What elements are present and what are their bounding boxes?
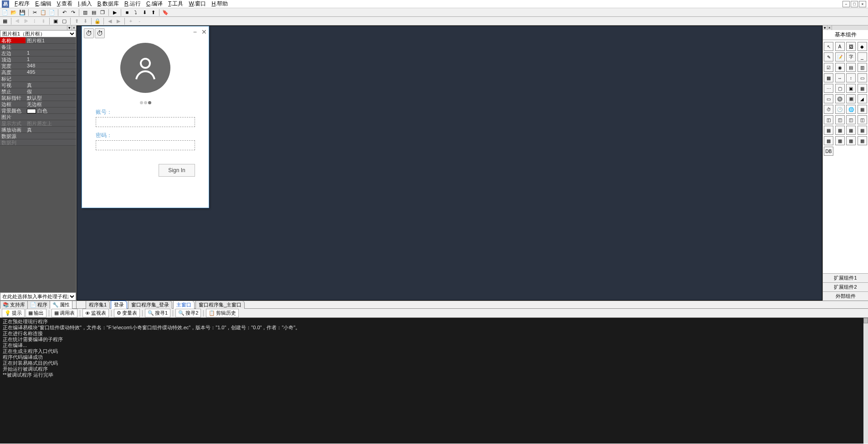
- prop-row-显示方式[interactable]: 显示方式图片居左上: [0, 120, 76, 127]
- cut-button[interactable]: ✂: [31, 9, 39, 16]
- ext-components-1[interactable]: 扩展组件1: [823, 273, 868, 282]
- prop-row-标记[interactable]: 标记: [0, 76, 76, 82]
- output-console[interactable]: 正在预处理现行程序正在编译易模块"窗口组件缓动特效"，文件名："F:\e\eco…: [0, 318, 868, 444]
- component-frame[interactable]: ▦: [858, 84, 867, 93]
- component-edit[interactable]: ✎: [824, 52, 833, 61]
- lock-button[interactable]: 🔒: [93, 17, 102, 25]
- signin-button[interactable]: Sign In: [159, 164, 195, 177]
- grid-toggle-button[interactable]: ▦: [1, 17, 9, 25]
- zoom2-button[interactable]: -: [135, 17, 144, 25]
- component-combo[interactable]: ▥: [858, 63, 867, 72]
- component-progress[interactable]: ▭: [858, 73, 867, 82]
- send-back-button[interactable]: ⬇: [81, 17, 89, 25]
- cascade-button[interactable]: ❐: [98, 9, 107, 16]
- module-tab-窗口程序集_主窗口[interactable]: 窗口程序集_主窗口: [195, 301, 245, 309]
- form-minimize-button[interactable]: −: [193, 28, 197, 36]
- form-close-button[interactable]: ✕: [201, 28, 207, 36]
- panel-close-button[interactable]: ×: [72, 26, 76, 30]
- component-panel[interactable]: ▢: [835, 84, 845, 93]
- open-file-button[interactable]: 📂: [10, 9, 18, 16]
- prop-row-图片[interactable]: 图片: [0, 114, 76, 120]
- component-c37[interactable]: ▦: [824, 136, 833, 145]
- out-变量表-button[interactable]: ⚙变量表: [114, 309, 140, 317]
- menu-e[interactable]: E.编辑: [32, 0, 54, 8]
- timer1-icon[interactable]: ⏱: [84, 28, 94, 38]
- align-right-button[interactable]: ⫸: [22, 17, 30, 25]
- menu-t[interactable]: T.工具: [165, 0, 186, 8]
- redo-button[interactable]: ↷: [69, 9, 77, 16]
- tile-v-button[interactable]: ▤: [90, 9, 98, 16]
- component-layout3[interactable]: ◫: [846, 115, 856, 124]
- menu-c[interactable]: C.编译: [144, 0, 165, 8]
- prop-row-高度[interactable]: 高度495: [0, 69, 76, 76]
- tab-属性[interactable]: 🔧属性: [50, 301, 72, 309]
- component-tab[interactable]: ▭: [824, 94, 833, 103]
- component-vscroll[interactable]: ↕: [846, 73, 856, 82]
- timer2-icon[interactable]: ⏱: [95, 28, 105, 38]
- menu-i[interactable]: I.插入: [75, 0, 95, 8]
- component-net[interactable]: 🌐: [846, 105, 856, 114]
- out-搜寻1-button[interactable]: 🔍搜寻1: [145, 309, 170, 317]
- step-button[interactable]: ⤵: [132, 9, 140, 16]
- tab-程序[interactable]: 📄程序: [27, 301, 50, 309]
- ungroup-button[interactable]: ▢: [60, 17, 68, 25]
- prop-row-鼠标指针[interactable]: 鼠标指针默认型: [0, 95, 76, 101]
- component-list2[interactable]: ▦: [824, 73, 833, 82]
- out-提示-button[interactable]: 💡提示: [2, 309, 25, 317]
- out-监视表-button[interactable]: 👁监视表: [82, 309, 109, 317]
- component-c38[interactable]: ▦: [835, 136, 845, 145]
- component-image[interactable]: 🖼: [846, 42, 856, 51]
- component-shape[interactable]: ◆: [858, 42, 867, 51]
- event-selector[interactable]: 在此处选择加入事件处理子程序: [0, 293, 76, 300]
- palette-close-button[interactable]: ×: [827, 26, 832, 30]
- component-layout4[interactable]: ◫: [858, 115, 867, 124]
- prop-row-宽度[interactable]: 宽度348: [0, 63, 76, 69]
- prop-row-顶边[interactable]: 顶边1: [0, 56, 76, 63]
- component-group[interactable]: ▣: [846, 84, 856, 93]
- prop-row-备注[interactable]: 备注: [0, 44, 76, 50]
- step-into-button[interactable]: ⬇: [140, 9, 149, 16]
- group-button[interactable]: ▣: [51, 17, 60, 25]
- copy-button[interactable]: 📋: [39, 9, 47, 16]
- component-c39[interactable]: ▦: [846, 136, 856, 145]
- menu-h[interactable]: H.帮助: [209, 0, 231, 8]
- component-memo[interactable]: 📝: [835, 52, 845, 61]
- ext-components-2[interactable]: 扩展组件2: [823, 282, 868, 291]
- tab-支持库[interactable]: 📚支持库: [0, 301, 28, 309]
- align-top-button[interactable]: ⫶: [31, 17, 39, 25]
- component-c36[interactable]: ▦: [858, 126, 867, 135]
- out-剪辑历史-button[interactable]: 📋剪辑历史: [206, 309, 239, 317]
- component-odbc[interactable]: DB: [824, 147, 833, 156]
- component-hscroll[interactable]: ↔: [835, 73, 845, 82]
- component-button2[interactable]: 🔳: [846, 94, 856, 103]
- console-scrollbar[interactable]: [863, 318, 868, 444]
- menu-w[interactable]: W.窗口: [186, 0, 209, 8]
- password-input[interactable]: [96, 140, 195, 150]
- component-label[interactable]: A: [835, 42, 845, 51]
- step-out-button[interactable]: ⬆: [149, 9, 157, 16]
- out-输出-button[interactable]: ▦输出: [26, 309, 46, 317]
- module-tab-登录[interactable]: 登录: [111, 301, 127, 309]
- prop-row-左边[interactable]: 左边1: [0, 50, 76, 56]
- prop-row-禁止[interactable]: 禁止假: [0, 88, 76, 95]
- property-table[interactable]: 名称图片框1备注左边1顶边1宽度348高度495标记可视真禁止假鼠标指针默认型边…: [0, 37, 76, 292]
- bring-front-button[interactable]: ⬆: [72, 17, 81, 25]
- out-搜寻2-button[interactable]: 🔍搜寻2: [175, 309, 201, 317]
- component-letter[interactable]: 字: [846, 52, 856, 61]
- palette-dock-button[interactable]: ▾: [823, 26, 827, 30]
- component-selector[interactable]: 图片框1（图片框）: [0, 30, 76, 37]
- menu-v[interactable]: V.查看: [54, 0, 75, 8]
- prop-row-数据列[interactable]: 数据列: [0, 139, 76, 146]
- module-tab-程序集1[interactable]: 程序集1: [86, 301, 110, 309]
- menu-f[interactable]: F.程序: [12, 0, 32, 8]
- prop-row-名称[interactable]: 名称图片框1: [0, 37, 76, 44]
- align-bottom-button[interactable]: ⫵: [39, 17, 47, 25]
- prop-row-边框[interactable]: 边框无边框: [0, 101, 76, 107]
- component-dots[interactable]: ⋯: [824, 84, 833, 93]
- prop-row-背景颜色[interactable]: 背景颜色白色: [0, 107, 76, 114]
- component-button[interactable]: 🔘: [835, 94, 845, 103]
- panel-dock-button[interactable]: ▾: [67, 26, 72, 30]
- component-grid[interactable]: ▦: [858, 105, 867, 114]
- component-c33[interactable]: ▦: [824, 126, 833, 135]
- menu-r[interactable]: R.运行: [122, 0, 144, 8]
